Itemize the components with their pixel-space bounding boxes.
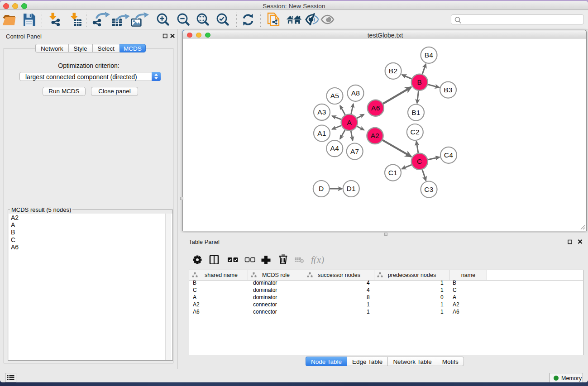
svg-text:C3: C3 xyxy=(424,186,433,193)
svg-text:A7: A7 xyxy=(350,148,359,155)
svg-text:C1: C1 xyxy=(388,169,397,176)
svg-text:C: C xyxy=(417,157,422,165)
svg-text:C4: C4 xyxy=(444,151,453,159)
svg-text:B2: B2 xyxy=(389,67,398,75)
svg-text:A1: A1 xyxy=(317,129,326,137)
svg-text:A4: A4 xyxy=(330,144,339,152)
svg-text:B4: B4 xyxy=(425,51,434,59)
svg-text:A6: A6 xyxy=(371,104,380,112)
svg-text:B3: B3 xyxy=(444,86,453,94)
svg-text:D: D xyxy=(319,185,324,192)
svg-text:A5: A5 xyxy=(330,92,339,100)
svg-text:C2: C2 xyxy=(411,128,420,136)
svg-text:A8: A8 xyxy=(351,89,360,97)
svg-text:A3: A3 xyxy=(317,108,326,116)
svg-text:A: A xyxy=(347,119,352,126)
svg-text:B1: B1 xyxy=(411,109,421,116)
svg-text:D1: D1 xyxy=(347,185,356,192)
svg-text:f(x): f(x) xyxy=(311,254,324,264)
svg-text:B: B xyxy=(417,78,422,86)
svg-text:A2: A2 xyxy=(371,132,380,139)
